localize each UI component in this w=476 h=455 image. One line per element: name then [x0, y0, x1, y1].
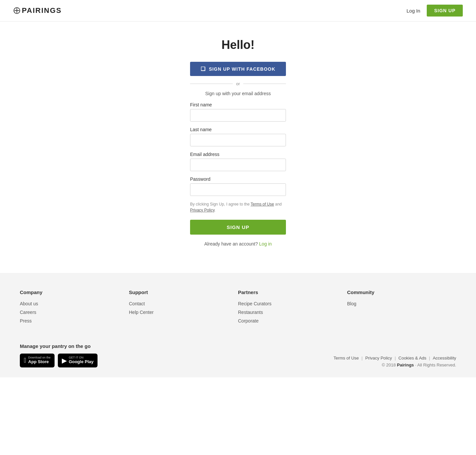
last-name-group: Last name [190, 127, 286, 146]
email-input[interactable] [190, 159, 286, 171]
app-section: Manage your pantry on the go  Download … [20, 343, 98, 367]
password-input[interactable] [190, 183, 286, 196]
signup-button-header[interactable]: SIGN UP [427, 5, 463, 17]
terms-of-use-link[interactable]: Terms of Use [334, 356, 359, 360]
footer-col-support: Support Contact Help Center [129, 289, 238, 327]
apple-icon:  [24, 357, 26, 364]
form-container: ❑ SIGN UP WITH FACEBOOK or Sign up with … [190, 62, 286, 246]
footer-col-company: Company About us Careers Press [20, 289, 129, 327]
app-badges:  Download on the App Store ▶ GET IT ON … [20, 354, 98, 367]
password-label: Password [190, 176, 286, 182]
footer-press-link[interactable]: Press [20, 318, 129, 323]
footer-partners-title: Partners [238, 289, 347, 295]
footer-col-community: Community Blog [347, 289, 456, 327]
logo-icon [13, 7, 20, 14]
footer-contact-link[interactable]: Contact [129, 301, 238, 306]
facebook-signup-button[interactable]: ❑ SIGN UP WITH FACEBOOK [190, 62, 286, 76]
google-icon: ▶ [62, 357, 67, 364]
footer-company-title: Company [20, 289, 129, 295]
facebook-icon: ❑ [201, 66, 206, 72]
google-play-badge[interactable]: ▶ GET IT ON Google Play [58, 354, 98, 367]
first-name-group: First name [190, 102, 286, 122]
footer-blog-link[interactable]: Blog [347, 301, 456, 306]
cookies-ads-link[interactable]: Cookies & Ads [398, 356, 426, 360]
accessibility-link[interactable]: Accessibility [433, 356, 456, 360]
apple-badge-small: Download on the [28, 356, 51, 359]
logo[interactable]: PAIRINGS [13, 6, 62, 15]
footer-columns: Company About us Careers Press Support C… [20, 289, 456, 327]
legal-sep-1: | [362, 356, 363, 360]
login-link-form[interactable]: Log in [259, 241, 272, 246]
password-group: Password [190, 176, 286, 196]
app-section-title: Manage your pantry on the go [20, 343, 98, 349]
header: PAIRINGS Log In SIGN UP [0, 0, 476, 21]
apple-store-badge[interactable]:  Download on the App Store [20, 354, 55, 367]
footer: Company About us Careers Press Support C… [0, 273, 476, 377]
email-label: Email address [190, 152, 286, 157]
already-account-text: Already have an account? Log in [190, 241, 286, 246]
divider: or [190, 81, 286, 86]
google-badge-small: GET IT ON [69, 356, 94, 359]
legal-section: Terms of Use | Privacy Policy | Cookies … [334, 356, 456, 367]
legal-sep-2: | [395, 356, 396, 360]
divider-line-left [190, 84, 233, 84]
divider-or: or [236, 81, 240, 86]
first-name-input[interactable] [190, 109, 286, 122]
already-account-label: Already have an account? [204, 241, 258, 246]
legal-links: Terms of Use | Privacy Policy | Cookies … [334, 356, 456, 360]
email-group: Email address [190, 152, 286, 171]
apple-badge-large: App Store [28, 359, 51, 365]
main-content: Hello! ❑ SIGN UP WITH FACEBOOK or Sign u… [0, 21, 476, 273]
footer-bottom: Manage your pantry on the go  Download … [20, 343, 456, 367]
email-prompt: Sign up with your email address [190, 91, 286, 96]
last-name-label: Last name [190, 127, 286, 132]
first-name-label: First name [190, 102, 286, 107]
footer-careers-link[interactable]: Careers [20, 310, 129, 315]
footer-corporate-link[interactable]: Corporate [238, 318, 347, 323]
legal-sep-3: | [429, 356, 430, 360]
logo-text: PAIRINGS [22, 6, 62, 15]
terms-text: By clicking Sign Up, I agree to the Term… [190, 201, 286, 213]
copyright: © 2018 Pairings · All Rights Reserved. [382, 362, 456, 367]
footer-restaurants-link[interactable]: Restaurants [238, 310, 347, 315]
google-badge-large: Google Play [69, 359, 94, 365]
footer-community-title: Community [347, 289, 456, 295]
footer-col-partners: Partners Recipe Curators Restaurants Cor… [238, 289, 347, 327]
footer-about-link[interactable]: About us [20, 301, 129, 306]
last-name-input[interactable] [190, 134, 286, 146]
pairings-brand: Pairings [397, 362, 414, 367]
footer-support-title: Support [129, 289, 238, 295]
rights-reserved: · All Rights Reserved. [415, 362, 456, 367]
footer-help-link[interactable]: Help Center [129, 310, 238, 315]
facebook-signup-label: SIGN UP WITH FACEBOOK [209, 66, 275, 72]
login-link[interactable]: Log In [407, 8, 420, 14]
privacy-policy-inline-link[interactable]: Privacy Policy [190, 208, 215, 212]
privacy-policy-link[interactable]: Privacy Policy [365, 356, 392, 360]
divider-line-right [243, 84, 286, 84]
page-title: Hello! [221, 38, 255, 52]
footer-recipe-link[interactable]: Recipe Curators [238, 301, 347, 306]
header-nav: Log In SIGN UP [407, 5, 463, 17]
terms-of-use-inline-link[interactable]: Terms of Use [251, 202, 274, 207]
signup-button-main[interactable]: SIGN UP [190, 220, 286, 235]
copyright-year: © 2018 [382, 362, 396, 367]
